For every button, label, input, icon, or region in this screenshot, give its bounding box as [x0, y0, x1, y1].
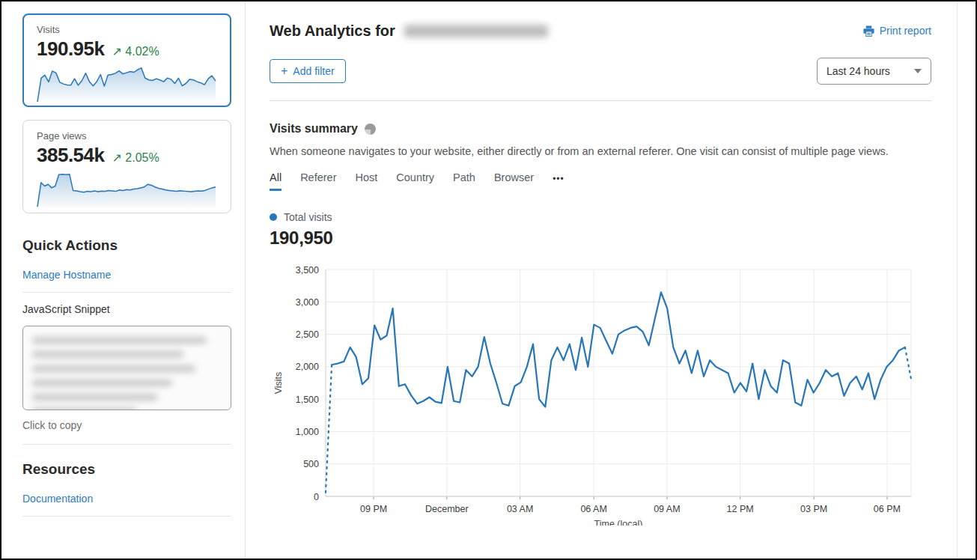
tab-all[interactable]: All: [270, 171, 281, 191]
click-to-copy-hint: Click to copy: [22, 419, 231, 431]
tab-host[interactable]: Host: [355, 171, 377, 191]
card-label: Visits: [37, 24, 217, 35]
chevron-down-icon: [914, 69, 922, 73]
svg-text:3,500: 3,500: [296, 265, 319, 276]
divider: [22, 292, 231, 293]
svg-text:Visits: Visits: [273, 372, 284, 395]
total-visits-value: 190,950: [270, 228, 931, 249]
main-panel: Web Analytics for Print report +: [246, 1, 958, 559]
svg-text:Time (local): Time (local): [594, 519, 643, 526]
print-report-button[interactable]: Print report: [863, 25, 931, 37]
redacted-code-line: [32, 351, 183, 358]
plus-icon: +: [281, 65, 287, 77]
svg-text:2,500: 2,500: [296, 329, 319, 340]
tab-browser[interactable]: Browser: [494, 171, 534, 191]
svg-text:500: 500: [303, 459, 319, 469]
time-range-value: Last 24 hours: [827, 65, 890, 77]
redacted-code-line: [32, 365, 195, 372]
svg-text:1,500: 1,500: [296, 395, 319, 405]
summary-tabs: AllRefererHostCountryPathBrowser•••: [270, 171, 931, 191]
visits-summary-description: When someone navigates to your website, …: [270, 145, 931, 157]
js-snippet-box[interactable]: [22, 326, 231, 410]
tab-path[interactable]: Path: [453, 171, 475, 191]
svg-text:06 PM: 06 PM: [874, 504, 901, 514]
svg-text:December: December: [425, 504, 469, 514]
card-value: 190.95k: [37, 37, 104, 61]
time-range-select[interactable]: Last 24 hours: [817, 58, 931, 85]
web-analytics-dashboard: Visits 190.95k ↗ 4.02% Page views 385.54…: [0, 0, 977, 560]
svg-text:0: 0: [314, 492, 319, 502]
page-title-text: Web Analytics for: [270, 22, 395, 40]
redacted-code-line: [32, 337, 207, 344]
divider: [22, 516, 231, 517]
delta-badge: ↗ 4.02%: [112, 44, 159, 58]
card-label: Page views: [37, 130, 217, 141]
quick-actions-heading: Quick Actions: [22, 237, 231, 254]
print-report-label: Print report: [880, 25, 931, 37]
svg-text:09 AM: 09 AM: [654, 504, 680, 514]
visits-sparkline: [37, 62, 216, 104]
svg-text:03 PM: 03 PM: [800, 504, 827, 514]
right-gutter: [958, 1, 976, 559]
redacted-code-line: [32, 380, 172, 386]
sidebar: Visits 190.95k ↗ 4.02% Page views 385.54…: [1, 1, 246, 559]
legend-dot-icon: [270, 213, 277, 221]
svg-text:2,000: 2,000: [296, 362, 319, 372]
metric-card-pageviews[interactable]: Page views 385.54k ↗ 2.05%: [22, 120, 231, 213]
svg-text:03 AM: 03 AM: [507, 504, 533, 514]
svg-text:09 PM: 09 PM: [360, 504, 387, 514]
svg-text:1,000: 1,000: [296, 427, 319, 437]
redacted-code-line: [32, 408, 136, 410]
printer-icon: [863, 25, 874, 37]
tab-country[interactable]: Country: [396, 171, 434, 191]
manage-hostname-link[interactable]: Manage Hostname: [22, 269, 111, 281]
svg-text:3,000: 3,000: [296, 297, 319, 308]
card-value: 385.54k: [37, 144, 104, 167]
svg-text:06 AM: 06 AM: [580, 504, 606, 514]
divider: [22, 444, 231, 445]
more-tabs-button[interactable]: •••: [553, 174, 564, 189]
up-arrow-icon: ↗: [112, 151, 121, 164]
svg-text:12 PM: 12 PM: [727, 504, 754, 514]
legend-label: Total visits: [284, 211, 332, 223]
delta-value: 4.02%: [125, 45, 159, 58]
visits-line-chart: 05001,0001,5002,0002,5003,0003,50009 PMD…: [270, 262, 931, 526]
documentation-link[interactable]: Documentation: [22, 493, 93, 505]
add-filter-button[interactable]: + Add filter: [270, 59, 346, 83]
visits-summary-title: Visits summary: [270, 122, 358, 136]
up-arrow-icon: ↗: [112, 45, 121, 58]
help-icon[interactable]: [365, 124, 376, 135]
pageviews-sparkline: [37, 168, 216, 210]
tab-referer[interactable]: Referer: [300, 171, 336, 191]
redacted-code-line: [32, 394, 157, 401]
resources-heading: Resources: [22, 461, 231, 478]
delta-badge: ↗ 2.05%: [112, 150, 159, 165]
page-title: Web Analytics for: [270, 22, 548, 40]
delta-value: 2.05%: [125, 151, 159, 164]
visits-summary-section: Visits summary When someone navigates to…: [246, 101, 957, 529]
js-snippet-label: JavaScript Snippet: [22, 303, 231, 315]
site-domain-redacted: [404, 25, 548, 37]
add-filter-label: Add filter: [293, 65, 334, 77]
metric-card-visits[interactable]: Visits 190.95k ↗ 4.02%: [22, 13, 231, 107]
